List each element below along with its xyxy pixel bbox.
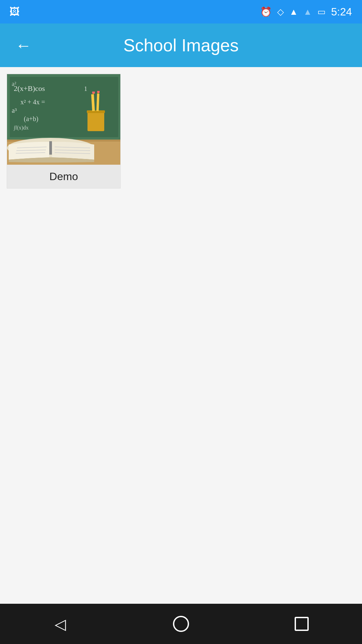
alarm-icon: ⏰ [260,6,272,17]
photo-icon: 🖼 [9,6,19,17]
image-thumbnail: 2(x+B)cos 1 a² x² + 4x = a³ (a+b) ∫f(x)d… [7,74,121,165]
svg-rect-10 [87,111,104,131]
app-bar: ← School Images [0,23,362,67]
back-arrow-icon: ← [15,36,32,55]
svg-rect-17 [97,91,100,93]
svg-rect-21 [49,141,52,155]
svg-text:a²: a² [12,80,16,87]
image-grid: 2(x+B)cos 1 a² x² + 4x = a³ (a+b) ∫f(x)d… [0,67,362,604]
svg-text:a³: a³ [12,107,17,114]
svg-text:2(x+B)cos: 2(x+B)cos [14,84,45,93]
svg-rect-11 [87,110,105,113]
svg-text:(a+b): (a+b) [24,115,38,123]
svg-text:∫f(x)dx: ∫f(x)dx [13,125,28,131]
list-item[interactable]: 2(x+B)cos 1 a² x² + 4x = a³ (a+b) ∫f(x)d… [7,74,121,189]
nav-back-button[interactable]: ◁ [44,607,77,641]
svg-rect-14 [92,92,95,94]
wifi-icon: ◇ [277,7,284,17]
nav-home-button[interactable] [164,607,198,641]
image-label: Demo [7,165,120,188]
nav-recent-button[interactable] [285,607,318,641]
nav-bar: ◁ [0,604,362,644]
svg-text:1: 1 [84,86,87,92]
svg-line-15 [98,94,98,111]
status-bar: 🖼 ⏰ ◇ ▲ ▲ ▭ 5:24 [0,0,362,23]
status-time: 5:24 [331,6,352,18]
page-title: School Images [47,35,315,55]
nav-back-icon: ◁ [55,615,66,633]
nav-home-icon [173,616,189,632]
svg-line-12 [93,94,94,111]
signal-strong-icon: ▲ [289,7,298,17]
signal-weak-icon: ▲ [303,7,312,17]
nav-recent-icon [295,617,309,631]
svg-text:x² + 4x =: x² + 4x = [20,98,45,106]
battery-icon: ▭ [317,7,326,17]
back-button[interactable]: ← [13,35,34,55]
